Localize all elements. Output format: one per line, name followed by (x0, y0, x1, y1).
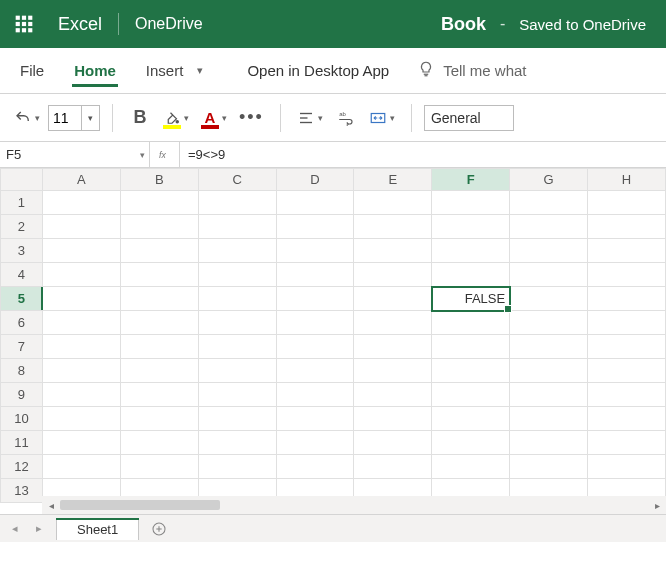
horizontal-scrollbar[interactable]: ◂ ▸ (42, 496, 666, 514)
cell[interactable] (354, 311, 432, 335)
column-header[interactable]: E (354, 169, 432, 191)
tab-home[interactable]: Home (60, 48, 130, 93)
add-sheet-button[interactable] (147, 517, 171, 541)
undo-button[interactable]: ▾ (10, 103, 44, 133)
row-header[interactable]: 11 (1, 431, 43, 455)
row-header[interactable]: 8 (1, 359, 43, 383)
cell[interactable] (198, 239, 276, 263)
cell[interactable] (432, 191, 510, 215)
cell[interactable] (276, 215, 354, 239)
font-size-dropdown-icon[interactable]: ▾ (81, 106, 99, 130)
tab-insert[interactable]: Insert (132, 48, 198, 93)
cell[interactable] (510, 263, 588, 287)
cell[interactable] (432, 215, 510, 239)
cell[interactable] (198, 311, 276, 335)
row-header[interactable]: 9 (1, 383, 43, 407)
cell[interactable] (42, 383, 120, 407)
merge-button[interactable]: ▾ (365, 103, 399, 133)
cell[interactable] (42, 455, 120, 479)
cell[interactable] (42, 311, 120, 335)
column-header[interactable]: A (42, 169, 120, 191)
wrap-text-button[interactable]: ab (331, 103, 361, 133)
location-label[interactable]: OneDrive (135, 15, 203, 33)
cell[interactable] (198, 455, 276, 479)
cell[interactable] (588, 431, 666, 455)
cell[interactable] (432, 359, 510, 383)
cell[interactable] (42, 239, 120, 263)
cell[interactable] (588, 215, 666, 239)
row-header[interactable]: 13 (1, 479, 43, 503)
row-header[interactable]: 7 (1, 335, 43, 359)
column-header[interactable]: G (510, 169, 588, 191)
cell[interactable] (588, 263, 666, 287)
chevron-down-icon[interactable]: ▾ (140, 150, 145, 160)
cell[interactable] (354, 191, 432, 215)
cell[interactable] (120, 263, 198, 287)
cell[interactable] (354, 263, 432, 287)
fx-icon[interactable]: fx (150, 142, 180, 167)
cell[interactable] (588, 191, 666, 215)
sheet-nav-prev-icon[interactable]: ◂ (4, 522, 26, 535)
scroll-left-icon[interactable]: ◂ (42, 496, 60, 514)
app-name[interactable]: Excel (58, 14, 102, 35)
cell[interactable] (588, 383, 666, 407)
cell[interactable] (276, 263, 354, 287)
cell[interactable] (510, 287, 588, 311)
cell[interactable] (198, 383, 276, 407)
cell[interactable] (354, 287, 432, 311)
cell[interactable] (588, 335, 666, 359)
alignment-button[interactable]: ▾ (293, 103, 327, 133)
cell[interactable]: FALSE (432, 287, 510, 311)
sheet-tab[interactable]: Sheet1 (56, 518, 139, 540)
cell[interactable] (354, 359, 432, 383)
cell[interactable] (510, 359, 588, 383)
cell[interactable] (120, 431, 198, 455)
row-header[interactable]: 5 (1, 287, 43, 311)
cell[interactable] (588, 455, 666, 479)
cell[interactable] (120, 455, 198, 479)
cell[interactable] (42, 335, 120, 359)
cell[interactable] (120, 287, 198, 311)
font-size-value[interactable] (49, 110, 81, 126)
cell[interactable] (510, 431, 588, 455)
cell[interactable] (276, 359, 354, 383)
cell[interactable] (354, 431, 432, 455)
cell[interactable] (432, 311, 510, 335)
cell[interactable] (276, 191, 354, 215)
cell[interactable] (510, 335, 588, 359)
cell[interactable] (42, 359, 120, 383)
cell[interactable] (120, 239, 198, 263)
scroll-thumb[interactable] (60, 500, 220, 510)
row-header[interactable]: 2 (1, 215, 43, 239)
cell[interactable] (432, 335, 510, 359)
cell[interactable] (42, 287, 120, 311)
tab-file[interactable]: File (6, 48, 58, 93)
cell[interactable] (432, 455, 510, 479)
bold-button[interactable]: B (125, 103, 155, 133)
row-header[interactable]: 4 (1, 263, 43, 287)
document-name[interactable]: Book (441, 14, 486, 35)
cell[interactable] (354, 335, 432, 359)
cell[interactable] (588, 311, 666, 335)
cell[interactable] (198, 287, 276, 311)
cell[interactable] (120, 407, 198, 431)
row-header[interactable]: 3 (1, 239, 43, 263)
more-formatting-button[interactable]: ••• (235, 103, 268, 133)
number-format-select[interactable]: General (424, 105, 514, 131)
cell[interactable] (432, 383, 510, 407)
cell[interactable] (432, 239, 510, 263)
cell[interactable] (42, 215, 120, 239)
cell[interactable] (42, 407, 120, 431)
cell[interactable] (120, 359, 198, 383)
cell[interactable] (198, 407, 276, 431)
more-tabs-chevron-icon[interactable]: ▾ (193, 60, 207, 81)
cell[interactable] (198, 215, 276, 239)
cell[interactable] (120, 191, 198, 215)
name-box[interactable]: F5 ▾ (0, 142, 150, 167)
column-header[interactable]: C (198, 169, 276, 191)
sheet-nav-next-icon[interactable]: ▸ (28, 522, 50, 535)
cell[interactable] (276, 431, 354, 455)
cell[interactable] (510, 239, 588, 263)
cell[interactable] (276, 455, 354, 479)
font-color-button[interactable]: A ▾ (197, 103, 231, 133)
